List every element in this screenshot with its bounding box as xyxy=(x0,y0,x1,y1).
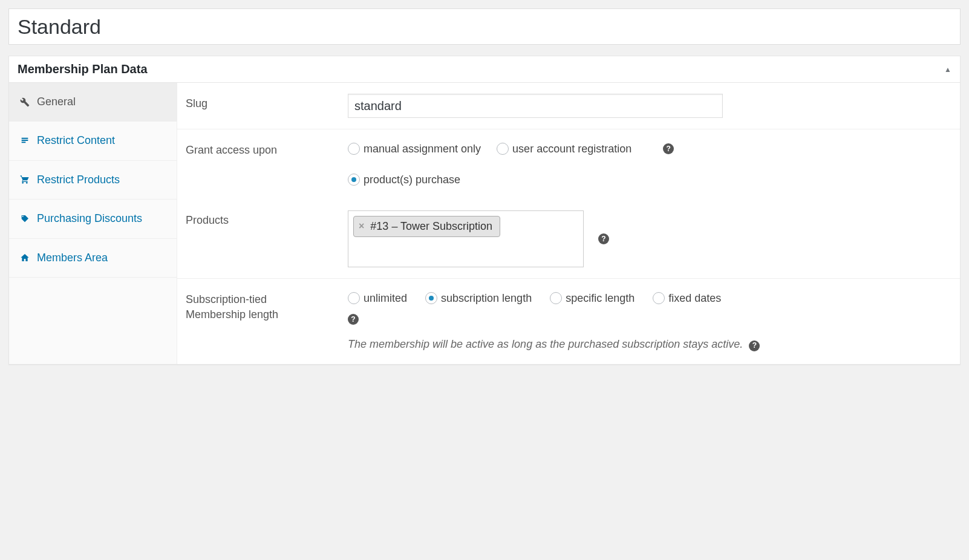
radio-specific-length[interactable]: specific length xyxy=(550,290,635,307)
row-grant-access: Grant access upon manual assignment only… xyxy=(177,129,960,200)
tab-label: Members Area xyxy=(37,251,108,265)
radio-icon xyxy=(497,143,509,155)
tab-restrict-content[interactable]: Restrict Content xyxy=(9,122,177,160)
label-line1: Subscription-tied xyxy=(186,292,348,307)
radio-unlimited[interactable]: unlimited xyxy=(348,290,407,307)
tab-restrict-products[interactable]: Restrict Products xyxy=(9,161,177,200)
radio-icon xyxy=(348,174,360,186)
product-tag: × #13 – Tower Subscription xyxy=(353,216,500,237)
radio-fixed-dates[interactable]: fixed dates xyxy=(653,290,721,307)
plan-title-input[interactable] xyxy=(8,8,961,45)
cart-icon xyxy=(19,175,31,184)
radio-label: manual assignment only xyxy=(364,140,481,158)
slug-label: Slug xyxy=(186,94,348,111)
radio-icon xyxy=(348,143,360,155)
radio-icon xyxy=(550,292,562,304)
radio-user-registration[interactable]: user account registration xyxy=(497,140,631,158)
radio-manual-assignment[interactable]: manual assignment only xyxy=(348,140,481,158)
tab-members-area[interactable]: Members Area xyxy=(9,239,177,278)
help-icon[interactable]: ? xyxy=(749,340,760,351)
product-tag-label: #13 – Tower Subscription xyxy=(370,220,492,233)
radio-icon xyxy=(653,292,665,304)
length-description: The membership will be active as long as… xyxy=(348,336,808,353)
label-line2: Membership length xyxy=(186,307,348,322)
radio-label: specific length xyxy=(566,290,635,307)
products-label: Products xyxy=(186,210,348,228)
tag-icon xyxy=(19,214,31,224)
help-icon[interactable]: ? xyxy=(348,314,359,325)
radio-label: subscription length xyxy=(441,290,532,307)
radio-subscription-length[interactable]: subscription length xyxy=(425,290,532,307)
tabs-list: General Restrict Content Restrict Produc… xyxy=(9,83,177,364)
document-icon xyxy=(19,136,31,146)
radio-product-purchase[interactable]: product(s) purchase xyxy=(348,171,460,189)
panel-header[interactable]: Membership Plan Data ▲ xyxy=(9,56,960,83)
products-select[interactable]: × #13 – Tower Subscription xyxy=(348,210,584,267)
radio-icon xyxy=(348,292,360,304)
membership-plan-panel: Membership Plan Data ▲ General Restrict … xyxy=(8,56,961,365)
row-membership-length: Subscription-tied Membership length unli… xyxy=(177,279,960,365)
row-products: Products × #13 – Tower Subscription ? xyxy=(177,200,960,279)
grant-access-label: Grant access upon xyxy=(186,140,348,158)
help-icon[interactable]: ? xyxy=(663,143,674,154)
wrench-icon xyxy=(19,97,31,107)
tab-content-general: Slug Grant access upon manual assignment… xyxy=(177,83,960,364)
slug-input[interactable] xyxy=(348,94,723,118)
membership-length-label: Subscription-tied Membership length xyxy=(186,290,348,322)
tab-purchasing-discounts[interactable]: Purchasing Discounts xyxy=(9,200,177,238)
tab-label: Restrict Products xyxy=(37,173,120,187)
tab-general[interactable]: General xyxy=(9,83,177,122)
radio-icon xyxy=(425,292,437,304)
home-icon xyxy=(19,253,31,262)
row-slug: Slug xyxy=(177,83,960,129)
collapse-icon: ▲ xyxy=(944,65,951,74)
help-icon[interactable]: ? xyxy=(598,233,609,244)
tab-label: General xyxy=(37,95,76,109)
tab-label: Purchasing Discounts xyxy=(37,212,142,226)
tab-label: Restrict Content xyxy=(37,134,115,148)
panel-heading: Membership Plan Data xyxy=(18,62,148,76)
radio-label: unlimited xyxy=(364,290,407,307)
panel-body: General Restrict Content Restrict Produc… xyxy=(9,83,960,364)
radio-label: product(s) purchase xyxy=(364,171,460,189)
remove-tag-icon[interactable]: × xyxy=(359,221,364,231)
radio-label: fixed dates xyxy=(668,290,721,307)
radio-label: user account registration xyxy=(512,140,631,158)
